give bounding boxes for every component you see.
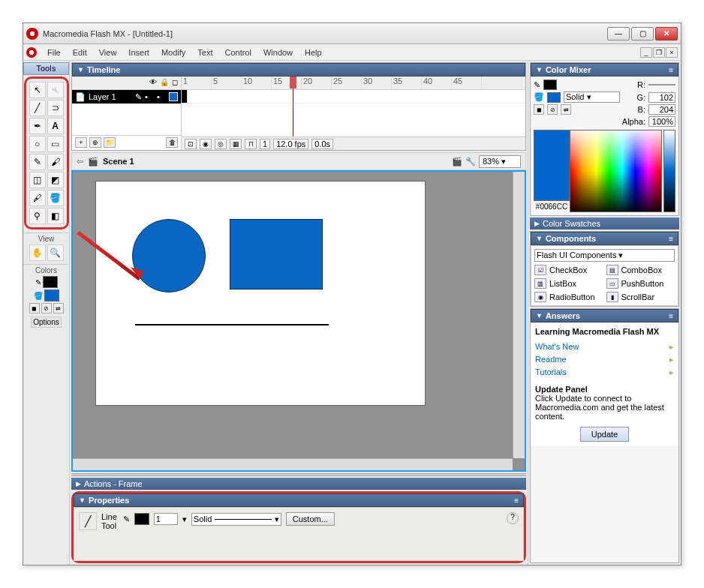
mdi-restore-button[interactable]: ❐: [653, 47, 665, 58]
brush-tool[interactable]: 🖌: [47, 154, 64, 170]
panel-menu-icon[interactable]: ≡: [669, 66, 673, 74]
no-color-button[interactable]: ⊘: [547, 104, 558, 115]
delete-layer-button[interactable]: 🗑: [166, 137, 178, 148]
free-transform-tool[interactable]: ◫: [29, 172, 46, 188]
panel-menu-icon[interactable]: ≡: [514, 496, 519, 505]
titlebar[interactable]: Macromedia Flash MX - [Untitled-1] — ▢ ✕: [23, 23, 681, 44]
stage[interactable]: [95, 181, 426, 406]
text-tool[interactable]: A: [47, 118, 64, 134]
layer-visible-dot[interactable]: •: [145, 92, 154, 101]
properties-header[interactable]: ▼ Properties ≡: [74, 494, 524, 507]
oval-shape[interactable]: [132, 219, 206, 292]
stroke-color-picker[interactable]: [134, 513, 149, 525]
rectangle-shape[interactable]: [230, 219, 323, 290]
menu-modify[interactable]: Modify: [155, 48, 191, 57]
line-shape[interactable]: [135, 324, 329, 326]
menu-file[interactable]: File: [41, 48, 67, 57]
stroke-weight-field[interactable]: 1: [154, 513, 178, 525]
stroke-color-swatch[interactable]: [43, 276, 58, 288]
menu-view[interactable]: View: [93, 48, 123, 57]
swap-colors-button[interactable]: ⇄: [561, 104, 571, 115]
r-field[interactable]: [648, 84, 675, 86]
eraser-tool[interactable]: ◧: [47, 208, 64, 224]
fill-transform-tool[interactable]: ◩: [47, 172, 64, 188]
answers-link-readme[interactable]: Readme▸: [535, 353, 674, 366]
panel-menu-icon[interactable]: ≡: [669, 235, 673, 243]
menu-edit[interactable]: Edit: [67, 48, 93, 57]
component-radiobutton[interactable]: ◉RadioButton: [534, 292, 603, 302]
timeline-header[interactable]: ▼ Timeline: [72, 63, 525, 76]
center-frame-button[interactable]: ⊡: [185, 139, 197, 149]
subselect-tool[interactable]: ↖: [47, 82, 64, 98]
maximize-button[interactable]: ▢: [631, 27, 654, 40]
frame-track[interactable]: [182, 90, 525, 104]
menu-text[interactable]: Text: [191, 48, 218, 57]
custom-stroke-button[interactable]: Custom...: [286, 512, 335, 526]
line-tool[interactable]: ╱: [29, 100, 46, 116]
stroke-style-select[interactable]: Solid▾: [191, 513, 281, 526]
zoom-tool[interactable]: 🔍: [47, 244, 64, 261]
panel-menu-icon[interactable]: ≡: [669, 312, 673, 320]
component-combobox[interactable]: ▤ComboBox: [606, 265, 675, 275]
oval-tool[interactable]: ○: [29, 136, 46, 152]
close-button[interactable]: ✕: [655, 27, 678, 40]
pencil-tool[interactable]: ✎: [29, 154, 46, 170]
lasso-tool[interactable]: ⊃: [47, 100, 64, 116]
paint-bucket-tool[interactable]: 🪣: [47, 190, 64, 206]
luminosity-bar[interactable]: [663, 130, 675, 212]
menu-help[interactable]: Help: [299, 48, 328, 57]
insert-folder-button[interactable]: 📁: [104, 137, 116, 148]
fill-color-swatch[interactable]: [44, 290, 59, 302]
fill-swatch[interactable]: [547, 92, 561, 103]
actions-panel-header[interactable]: ▶ Actions - Frame: [71, 478, 526, 490]
panel-divider[interactable]: [71, 473, 526, 476]
stroke-weight-stepper[interactable]: ▾: [182, 514, 187, 524]
back-button[interactable]: ⇦: [77, 157, 83, 166]
component-pushbutton[interactable]: ▭PushButton: [606, 278, 675, 289]
color-spectrum[interactable]: [570, 130, 662, 212]
ink-bottle-tool[interactable]: 🖋: [29, 190, 46, 206]
mdi-close-button[interactable]: ×: [666, 47, 678, 58]
edit-scene-button[interactable]: 🎬: [452, 157, 462, 166]
onion-skin-button[interactable]: ◉: [200, 139, 212, 149]
no-color-button[interactable]: ⊘: [41, 303, 52, 314]
help-icon[interactable]: ?: [507, 512, 519, 524]
fill-type-select[interactable]: Solid ▾: [564, 92, 620, 103]
frame-ruler[interactable]: 1 5 10 15 20 25 30 35 40 45: [182, 76, 525, 90]
scene-name[interactable]: Scene 1: [103, 157, 134, 166]
keyframe[interactable]: [182, 90, 188, 103]
stage-area[interactable]: [71, 170, 526, 472]
component-checkbox[interactable]: ☑CheckBox: [534, 265, 603, 275]
mdi-minimize-button[interactable]: _: [640, 47, 652, 58]
show-hide-column-icon[interactable]: 👁: [149, 78, 157, 88]
pen-tool[interactable]: ✒: [29, 118, 46, 134]
component-listbox[interactable]: ▥ListBox: [534, 278, 603, 289]
default-colors-button[interactable]: ◼: [534, 104, 544, 115]
frames-area[interactable]: 1 5 10 15 20 25 30 35 40 45: [182, 76, 525, 150]
menu-control[interactable]: Control: [218, 48, 257, 57]
components-header[interactable]: ▼ Components ≡: [531, 232, 678, 245]
insert-layer-button[interactable]: +: [75, 137, 87, 148]
answers-link-tutorials[interactable]: Tutorials▸: [535, 366, 674, 379]
b-field[interactable]: 204: [648, 104, 675, 115]
menu-window[interactable]: Window: [257, 48, 299, 57]
alpha-field[interactable]: 100%: [648, 116, 675, 127]
layer-row[interactable]: 📄 Layer 1 ✎ • •: [72, 90, 181, 104]
horizontal-scrollbar[interactable]: [73, 458, 513, 470]
hand-tool[interactable]: ✋: [29, 244, 46, 261]
stroke-swatch[interactable]: [543, 80, 557, 90]
layer-lock-dot[interactable]: •: [157, 92, 166, 101]
hex-value[interactable]: #0066CC: [534, 201, 570, 212]
menu-insert[interactable]: Insert: [122, 48, 155, 57]
vertical-scrollbar[interactable]: [513, 172, 525, 458]
onion-outline-button[interactable]: ◎: [215, 139, 227, 149]
update-button[interactable]: Update: [580, 427, 629, 442]
outline-column-icon[interactable]: ◻: [172, 78, 178, 88]
layer-outline-swatch[interactable]: [169, 92, 178, 101]
answers-header[interactable]: ▼ Answers ≡: [531, 309, 678, 322]
component-scrollbar[interactable]: ▮ScrollBar: [606, 292, 675, 302]
g-field[interactable]: 102: [648, 92, 675, 103]
lock-column-icon[interactable]: 🔒: [160, 78, 169, 88]
edit-multiple-button[interactable]: ▦: [230, 139, 242, 149]
default-colors-button[interactable]: ◼: [29, 303, 40, 314]
